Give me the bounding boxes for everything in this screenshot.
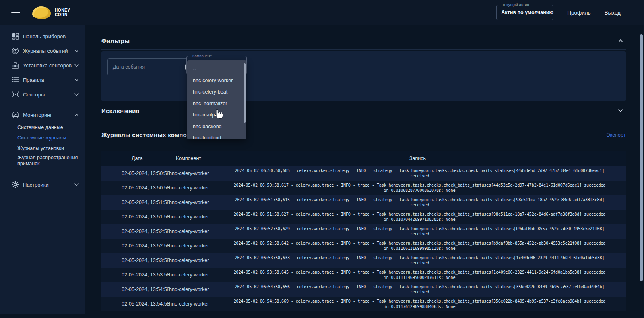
log-entry-cell: 2024-05-02 06:54:58,656 - celery.worker.…	[229, 283, 626, 297]
sidebar-item-label: Настройки	[23, 182, 74, 188]
log-date-cell: 02-05-2024, 13:50:58	[101, 185, 169, 191]
logo-text: HONEY CORN	[55, 8, 70, 17]
honeycorn-logo-icon	[32, 6, 51, 19]
event-date-placeholder: Дата события	[113, 64, 185, 70]
log-date-cell: 02-05-2024, 13:51:58	[101, 200, 169, 205]
table-row: 02-05-2024, 13:53:58hnc-celery-worker202…	[101, 253, 626, 268]
log-component-cell: hnc-celery-worker	[169, 301, 229, 307]
chevron-down-icon	[74, 183, 79, 186]
log-entry-cell: 2024-05-02 06:52:58,642 - celery.app.tra…	[229, 239, 626, 253]
sidebar-subitem-install-logs[interactable]: Журналы установки	[0, 143, 85, 154]
sidebar-item-event-logs[interactable]: Журналы событий	[0, 44, 85, 58]
asset-select-label: Текущий актив	[500, 2, 531, 7]
event-logs-icon	[11, 47, 19, 55]
table-row: 02-05-2024, 13:54:58hnc-celery-worker202…	[101, 297, 626, 311]
hamburger-icon	[11, 10, 17, 10]
sidebar-subitem-label: Журнал распространения приманок	[17, 155, 79, 167]
menu-button[interactable]	[11, 8, 21, 17]
sidebar-subitem-bait-distribution-log[interactable]: Журнал распространения приманок	[0, 154, 85, 168]
component-option[interactable]: hnc-mailpot	[187, 109, 246, 121]
profile-link[interactable]: Профиль	[567, 10, 590, 16]
log-component-cell: hnc-celery-worker	[169, 214, 229, 220]
sidebar-item-label: Установка сенсоров	[23, 62, 74, 69]
logs-table-body: 02-05-2024, 13:50:58hnc-celery-worker202…	[101, 166, 626, 311]
chevron-down-icon	[74, 64, 79, 67]
log-entry-cell: 2024-05-02 06:51:58,615 - celery.worker.…	[229, 195, 626, 210]
sensors-icon	[11, 90, 19, 98]
monitoring-icon	[11, 111, 19, 119]
log-entry-cell: 2024-05-02 06:51:58,627 - celery.app.tra…	[229, 210, 626, 224]
table-row: 02-05-2024, 13:54:58hnc-celery-worker202…	[101, 282, 626, 297]
page-scrollbar[interactable]	[640, 34, 643, 281]
logo: HONEY CORN	[32, 6, 70, 19]
log-entry-cell: 2024-05-02 06:53:58,633 - celery.worker.…	[229, 254, 626, 268]
sidebar-item-sensors[interactable]: Сенсоры	[0, 87, 85, 102]
logs-table: Дата Компонент Запись 02-05-2024, 13:50:…	[101, 151, 626, 311]
event-date-input[interactable]: Дата события	[107, 58, 196, 75]
logout-link[interactable]: Выход	[605, 10, 621, 16]
system-logs-header: Журналы системных компонентов Экспорт	[101, 129, 626, 140]
log-entry-cell: 2024-05-02 06:50:58,605 - celery.worker.…	[229, 166, 626, 181]
sensor-install-icon	[11, 61, 19, 69]
component-option[interactable]: hnc-backend	[187, 121, 246, 133]
log-entry-cell: 2024-05-02 06:53:58,645 - celery.app.tra…	[229, 268, 626, 282]
collapse-filters-button[interactable]	[615, 35, 626, 46]
sidebar-subitem-label: Журналы установки	[17, 145, 64, 152]
sidebar-item-label: Журналы событий	[23, 48, 74, 54]
exclusions-title: Исключения	[101, 108, 140, 114]
log-component-cell: hnc-celery-worker	[169, 185, 229, 191]
exclusions-section-header: Исключения	[101, 101, 626, 121]
current-asset-select[interactable]: Текущий актив Актив по умолчанию	[496, 5, 553, 20]
sidebar-subitem-system-logs[interactable]: Системные журналы	[0, 133, 85, 143]
divider	[101, 49, 626, 50]
component-option[interactable]: --	[187, 63, 246, 75]
log-date-cell: 02-05-2024, 13:52:58	[101, 243, 169, 249]
log-component-cell: hnc-celery-worker	[169, 272, 229, 278]
log-component-cell: hnc-celery-worker	[169, 170, 229, 176]
export-button[interactable]: Экспорт	[606, 132, 626, 138]
sidebar-subitem-system-data[interactable]: Системные данные	[0, 122, 85, 133]
sidebar: Панель приборов Журналы событий Установк…	[0, 25, 85, 314]
sidebar-item-settings[interactable]: Настройки	[0, 177, 85, 192]
log-date-cell: 02-05-2024, 13:50:58	[101, 170, 169, 176]
log-component-cell: hnc-celery-worker	[169, 229, 229, 234]
sidebar-subitem-label: Системные данные	[17, 125, 63, 131]
table-row: 02-05-2024, 13:50:58hnc-celery-worker202…	[101, 181, 626, 195]
component-option[interactable]: hnc-frontend	[187, 132, 246, 139]
sidebar-subitem-label: Системные журналы	[17, 135, 66, 141]
column-header-entry: Запись	[229, 156, 626, 161]
column-header-date: Дата	[101, 156, 169, 161]
filters-panel: Дата события Компонент --hnc-celery-work…	[101, 51, 626, 101]
filters-title: Фильтры	[101, 37, 130, 44]
log-component-cell: hnc-celery-worker	[169, 287, 229, 292]
table-row: 02-05-2024, 13:51:58hnc-celery-worker202…	[101, 210, 626, 224]
log-entry-cell: 2024-05-02 06:54:58,669 - celery.app.tra…	[229, 297, 626, 311]
component-option[interactable]: hnc_normalizer	[187, 98, 246, 110]
main-content: Фильтры Дата события Компонент --hnc-cel…	[101, 25, 626, 311]
dropdown-scrollbar[interactable]	[244, 63, 246, 123]
sidebar-item-monitoring[interactable]: Мониторинг	[0, 108, 85, 122]
logs-table-header: Дата Компонент Запись	[101, 151, 626, 166]
chevron-up-icon	[74, 114, 79, 116]
column-header-component: Компонент	[169, 156, 229, 161]
log-date-cell: 02-05-2024, 13:51:58	[101, 214, 169, 220]
table-row: 02-05-2024, 13:50:58hnc-celery-worker202…	[101, 166, 626, 181]
sidebar-item-sensor-install[interactable]: Установка сенсоров	[0, 58, 85, 73]
component-option[interactable]: hnc-celery-worker	[187, 75, 246, 87]
sidebar-item-label: Панель приборов	[23, 33, 79, 39]
filters-section-header: Фильтры	[101, 35, 626, 47]
sidebar-item-label: Мониторинг	[23, 112, 74, 118]
chevron-down-icon	[546, 11, 550, 14]
sidebar-item-dashboard[interactable]: Панель приборов	[0, 29, 85, 44]
topbar: HONEY CORN Текущий актив Актив по умолча…	[0, 0, 644, 25]
chevron-down-icon	[74, 50, 79, 52]
sidebar-item-label: Правила	[23, 77, 74, 83]
sidebar-item-rules[interactable]: Правила	[0, 73, 85, 87]
log-date-cell: 02-05-2024, 13:53:58	[101, 272, 169, 278]
expand-exclusions-button[interactable]	[615, 106, 626, 116]
table-row: 02-05-2024, 13:51:58hnc-celery-worker202…	[101, 195, 626, 210]
table-row: 02-05-2024, 13:53:58hnc-celery-worker202…	[101, 268, 626, 282]
table-row: 02-05-2024, 13:52:58hnc-celery-worker202…	[101, 239, 626, 253]
component-option[interactable]: hnc-celery-beat	[187, 86, 246, 98]
table-row: 02-05-2024, 13:52:58hnc-celery-worker202…	[101, 224, 626, 239]
